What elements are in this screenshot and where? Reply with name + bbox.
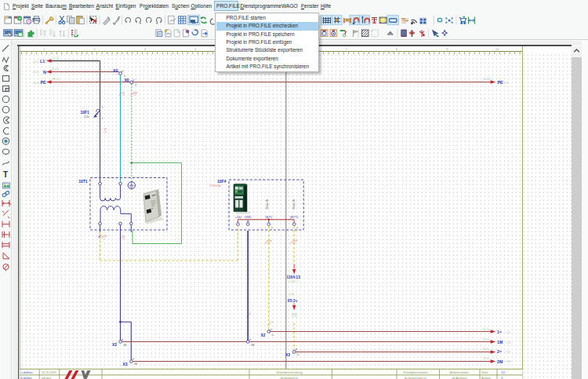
svg-text:(B/T2): (B/T2)	[290, 216, 299, 219]
svg-text:Seitenbeschreibung: Seitenbeschreibung	[276, 371, 303, 374]
svg-text:(B/T): (B/T)	[266, 216, 273, 219]
svg-text:3: 3	[144, 47, 147, 51]
svg-text:/ 2.6: / 2.6	[505, 331, 510, 334]
svg-text:L1 2,5: L1 2,5	[483, 78, 491, 81]
svg-text:4: 4	[135, 83, 136, 86]
svg-text:Seite: Seite	[481, 371, 488, 374]
svg-text:Artikelnummer: Artikelnummer	[450, 371, 470, 374]
svg-text:7: 7	[346, 47, 348, 51]
svg-text:X3: X3	[122, 362, 127, 366]
svg-text:10.2x: 10.2x	[483, 328, 490, 331]
svg-text:8: 8	[396, 47, 398, 51]
svg-text:+24v: +24v	[235, 216, 241, 219]
svg-text:10.2x: 10.2x	[483, 348, 490, 351]
svg-text:(2.6): (2.6)	[289, 293, 295, 296]
svg-text:X5:2+: X5:2+	[288, 299, 298, 303]
svg-text:10.2x: 10.2x	[483, 357, 490, 360]
svg-text:9: 9	[446, 47, 448, 51]
svg-text:2: 2	[94, 47, 96, 51]
svg-text:10T1: 10T1	[78, 179, 88, 184]
svg-text:1: 1	[102, 106, 103, 109]
svg-text:2: 2	[102, 117, 103, 120]
svg-text:30mm 6A: 30mm 6A	[292, 199, 296, 210]
svg-text:1M: 1M	[123, 344, 127, 347]
svg-text:1,5: 1,5	[122, 93, 125, 97]
svg-text:15.11.2019: 15.11.2019	[42, 371, 56, 374]
svg-text:1,5: 1,5	[122, 237, 125, 240]
svg-text:1,5: 1,5	[102, 237, 105, 240]
svg-text:1=: 1=	[497, 330, 502, 334]
svg-text:4: 4	[194, 47, 197, 51]
svg-text:N 2,5: N 2,5	[53, 67, 59, 71]
svg-text:/ 2.8: / 2.8	[505, 351, 510, 354]
svg-text:+10 2: +10 2	[32, 71, 39, 74]
svg-text:2: 2	[296, 227, 298, 230]
svg-text:/ 2.8: / 2.8	[506, 360, 511, 363]
svg-text:1,5: 1,5	[104, 130, 107, 133]
svg-text:PE: PE	[41, 80, 47, 85]
svg-text:30mm 6A: 30mm 6A	[266, 199, 269, 210]
svg-text:+10 1: +10 1	[32, 60, 39, 64]
svg-text:X2: X2	[260, 333, 265, 337]
svg-text:10: 10	[495, 47, 499, 51]
svg-text:PE 2,5: PE 2,5	[53, 78, 60, 81]
svg-text:/ 2.6: / 2.6	[506, 341, 511, 344]
svg-text:a.dallmei: a.dallmei	[21, 371, 33, 374]
svg-text:1: 1	[43, 47, 45, 51]
svg-text:C10: C10	[84, 115, 89, 118]
svg-text:2=: 2=	[497, 349, 502, 354]
svg-text:X2: X2	[112, 342, 117, 347]
svg-text:L1 2,5: L1 2,5	[53, 56, 60, 60]
svg-text:/ 2.0: / 2.0	[503, 82, 509, 85]
svg-text:N: N	[43, 70, 46, 75]
svg-text:1,5: 1,5	[133, 93, 136, 97]
svg-text:X0: X0	[113, 68, 118, 73]
svg-text:10F1: 10F1	[81, 110, 90, 115]
svg-text:2*4/6/10A: 2*4/6/10A	[209, 184, 221, 188]
svg-text:bl: bl	[249, 312, 252, 315]
svg-text:10F4: 10F4	[217, 179, 227, 184]
svg-text:+10 3: +10 3	[32, 82, 39, 85]
svg-text:2M: 2M	[134, 363, 138, 366]
svg-text:Schaltplannummer: Schaltplannummer	[403, 371, 428, 374]
svg-text:1+: 1+	[271, 333, 274, 337]
svg-text:10.2x: 10.2x	[483, 338, 490, 341]
svg-text:1164:13: 1164:13	[287, 275, 301, 279]
svg-text:2M: 2M	[251, 344, 255, 347]
svg-text:2+: 2+	[297, 353, 300, 356]
svg-text:10: 10	[501, 370, 505, 374]
svg-text:L1: L1	[40, 59, 45, 64]
svg-text:1: 1	[271, 227, 273, 230]
svg-text:(+24): (+24)	[289, 280, 296, 283]
svg-text:X3: X3	[285, 352, 290, 357]
svg-text:2M: 2M	[497, 359, 503, 364]
svg-text:1,5: 1,5	[270, 321, 274, 324]
svg-text:(1,5): (1,5)	[292, 315, 297, 318]
svg-text:GND: GND	[245, 216, 252, 219]
svg-text:X0: X0	[124, 78, 129, 82]
svg-text:1M: 1M	[497, 340, 503, 344]
